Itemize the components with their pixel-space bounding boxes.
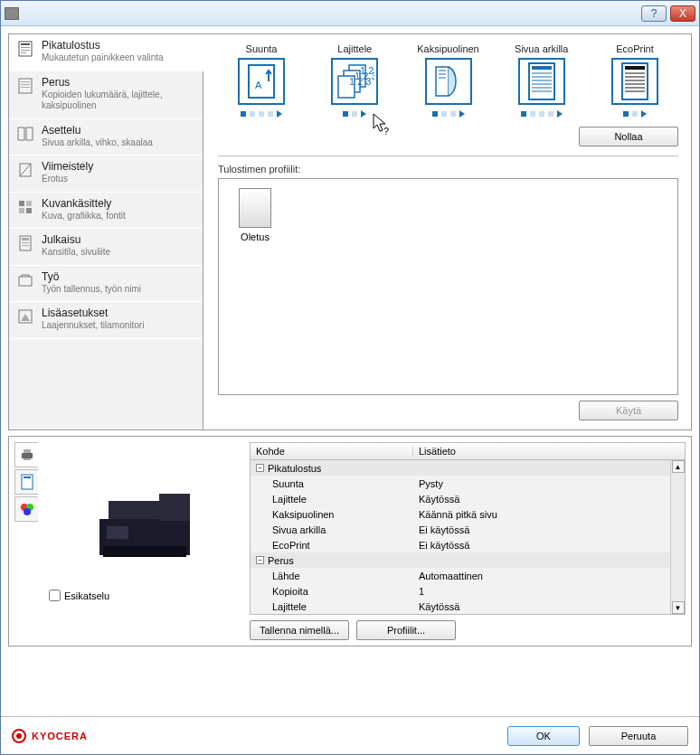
svg-rect-63 (107, 526, 128, 539)
vertical-scrollbar[interactable]: ▲▼ (670, 460, 685, 614)
sidebar-item-desc: Kuva, grafiikka, fontit (42, 211, 126, 222)
job-icon (16, 271, 34, 289)
details-head-col2[interactable]: Lisätieto (413, 446, 685, 457)
reset-button[interactable]: Nollaa (579, 127, 678, 146)
svg-line-12 (20, 164, 31, 176)
scroll-down-icon[interactable]: ▼ (672, 601, 685, 614)
quick-label: EcoPrint (616, 43, 654, 54)
preview-tabs (14, 442, 40, 640)
apply-button[interactable]: Käytä (579, 401, 678, 420)
svg-rect-20 (22, 245, 29, 246)
collapse-icon[interactable]: − (256, 556, 264, 564)
table-row: LajitteleKäytössä (251, 599, 685, 614)
preview-tab-page[interactable] (14, 469, 38, 495)
basic-icon (16, 77, 34, 95)
preview-tab-color[interactable] (14, 496, 38, 522)
profiles-button[interactable]: Profiilit... (356, 620, 456, 640)
svg-rect-9 (18, 127, 24, 140)
lower-panel: Esikatselu Kohde Lisätieto −Pikatulostus… (8, 436, 692, 646)
sidebar-item-label: Pikatulostus (42, 39, 164, 52)
preview-checkbox-input[interactable] (49, 590, 61, 601)
table-row: −Pikatulostus (251, 460, 685, 476)
save-as-button[interactable]: Tallenna nimellä... (250, 620, 349, 640)
sidebar-item-label: Perus (42, 76, 195, 90)
collapse-icon[interactable]: − (256, 464, 264, 472)
quick-row: Suunta A Lajittele 1 2 31 2 31 2 3 (218, 43, 678, 118)
profiles-listbox[interactable]: Oletus (218, 178, 678, 395)
quick-indicator (241, 110, 282, 118)
svg-text:A: A (255, 80, 262, 90)
finishing-icon (16, 161, 34, 179)
divider (218, 156, 678, 156)
cancel-button[interactable]: Peruuta (589, 726, 688, 746)
ok-button[interactable]: OK (507, 726, 580, 746)
quick-collate[interactable]: Lajittele 1 2 31 2 31 2 3 (315, 43, 394, 118)
svg-rect-14 (26, 201, 32, 206)
sidebar-item-label: Julkaisu (42, 233, 110, 247)
svg-rect-21 (19, 277, 32, 286)
svg-rect-2 (21, 47, 30, 48)
svg-rect-6 (21, 81, 30, 82)
svg-rect-5 (19, 79, 32, 93)
dialog-window: ? X Pikatulostus Mukautetun painikkeen v… (0, 0, 700, 755)
sidebar-item-label: Viimeistely (42, 160, 93, 174)
help-button[interactable]: ? (641, 5, 667, 22)
pagesper-icon (518, 58, 565, 105)
preview-area: Esikatselu (45, 442, 244, 605)
table-row: LähdeAutomaattinen (251, 568, 685, 583)
right-pane: Suunta A Lajittele 1 2 31 2 31 2 3 (209, 34, 691, 429)
ecoprint-icon (611, 58, 658, 105)
sidebar-item-label: Työ (42, 270, 141, 284)
scroll-up-icon[interactable]: ▲ (672, 460, 685, 473)
quick-indicator (343, 110, 366, 118)
svg-rect-53 (24, 458, 31, 460)
svg-rect-15 (19, 208, 24, 213)
app-icon (5, 7, 19, 20)
svg-rect-19 (22, 242, 29, 243)
profile-name: Oletus (241, 231, 270, 242)
details-body[interactable]: −Pikatulostus SuuntaPysty LajitteleKäytö… (250, 460, 686, 615)
table-row: Sivua arkillaEi käytössä (251, 522, 685, 537)
sidebar-item-label: Lisäasetukset (42, 307, 144, 320)
close-button[interactable]: X (670, 5, 695, 22)
quick-ecoprint[interactable]: EcoPrint (595, 43, 675, 118)
details-header: Kohde Lisätieto (250, 442, 686, 460)
svg-rect-1 (21, 43, 30, 45)
svg-rect-18 (22, 238, 29, 241)
preview-checkbox[interactable]: Esikatselu (49, 590, 109, 601)
svg-point-58 (24, 508, 31, 515)
preview-tab-printer[interactable] (14, 442, 38, 467)
sidebar-item-perus[interactable]: PerusKopioiden lukumäärä, lajittele, kak… (9, 71, 203, 119)
quick-indicator (521, 110, 563, 118)
quickprint-icon (16, 40, 34, 58)
brand-text: KYOCERA (32, 731, 88, 741)
svg-rect-52 (24, 449, 31, 453)
quick-orientation[interactable]: Suunta A (222, 43, 301, 118)
details-head-col1[interactable]: Kohde (251, 446, 413, 457)
imaging-icon (16, 198, 34, 216)
sidebar-item-label: Asettelu (42, 124, 153, 137)
svg-rect-36 (532, 66, 552, 70)
sidebar-item-desc: Sivua arkilla, vihko, skaalaa (42, 137, 153, 149)
sidebar-item-kuvankasittely[interactable]: KuvankäsittelyKuva, grafiikka, fontit (9, 193, 203, 230)
sidebar-item-julkaisu[interactable]: JulkaisuKansitila, sivuliite (9, 229, 203, 266)
sidebar-item-asettelu[interactable]: AsetteluSivua arkilla, vihko, skaalaa (9, 119, 203, 156)
sidebar-item-desc: Mukautetun painikkeen valinta (42, 52, 164, 64)
brand-logo: KYOCERA (12, 729, 88, 743)
profiles-label: Tulostimen profiilit: (218, 164, 678, 175)
quick-duplex[interactable]: Kaksipuolinen (409, 43, 488, 118)
quick-pagesper[interactable]: Sivua arkilla (502, 43, 582, 118)
sidebar-item-tyo[interactable]: TyöTyön tallennus, työn nimi (9, 266, 203, 303)
svg-rect-61 (159, 494, 190, 521)
sidebar-item-lisaasetukset[interactable]: LisäasetuksetLaajennukset, tilamonitori (9, 302, 203, 339)
sidebar-item-pikatulostus[interactable]: Pikatulostus Mukautetun painikkeen valin… (9, 34, 203, 71)
svg-rect-3 (21, 50, 30, 51)
sidebar-item-viimeistely[interactable]: ViimeistelyErotus (9, 156, 203, 193)
sidebar: Pikatulostus Mukautetun painikkeen valin… (9, 34, 203, 429)
svg-text:1 2 3: 1 2 3 (349, 76, 371, 87)
profile-item[interactable]: Oletus (228, 188, 282, 242)
table-row: EcoPrintEi käytössä (251, 537, 685, 552)
svg-rect-16 (26, 208, 32, 213)
layout-icon (16, 125, 34, 143)
table-row: SuuntaPysty (251, 476, 685, 491)
